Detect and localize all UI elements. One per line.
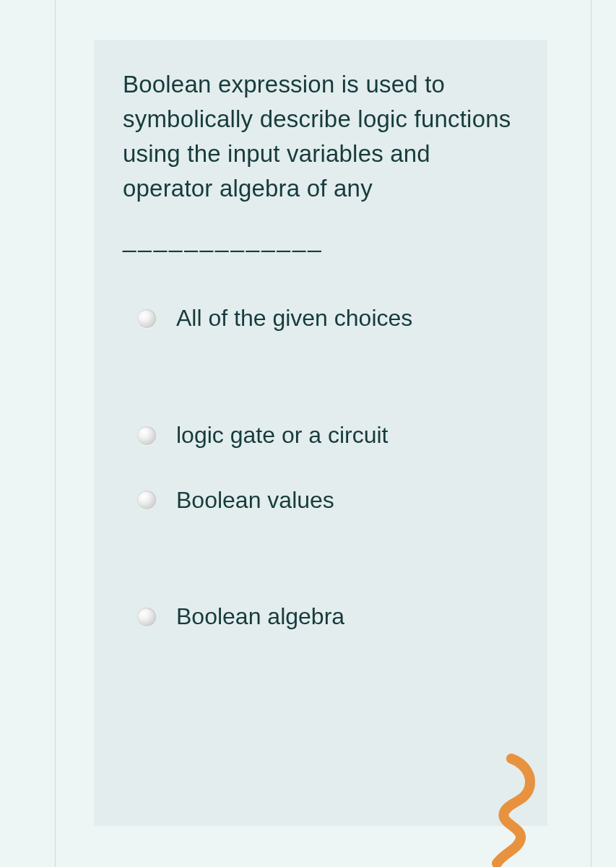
option-row-0[interactable]: All of the given choices [123, 303, 519, 334]
radio-button[interactable] [137, 608, 156, 626]
radio-button[interactable] [137, 426, 156, 445]
question-blank: _____________ [123, 225, 519, 253]
left-border [55, 0, 56, 867]
option-row-1[interactable]: logic gate or a circuit [123, 420, 519, 451]
options-group: All of the given choices logic gate or a… [123, 303, 519, 631]
option-label: logic gate or a circuit [176, 420, 388, 451]
option-row-2[interactable]: Boolean values [123, 486, 519, 516]
question-card: Boolean expression is used to symbolical… [94, 40, 547, 826]
question-text: Boolean expression is used to symbolical… [123, 67, 519, 205]
right-border [591, 0, 591, 867]
radio-button[interactable] [137, 309, 156, 328]
option-row-3[interactable]: Boolean algebra [123, 602, 519, 632]
option-label: Boolean algebra [176, 602, 344, 632]
option-label: Boolean values [176, 486, 334, 516]
option-label: All of the given choices [176, 303, 412, 334]
radio-button[interactable] [137, 491, 156, 509]
